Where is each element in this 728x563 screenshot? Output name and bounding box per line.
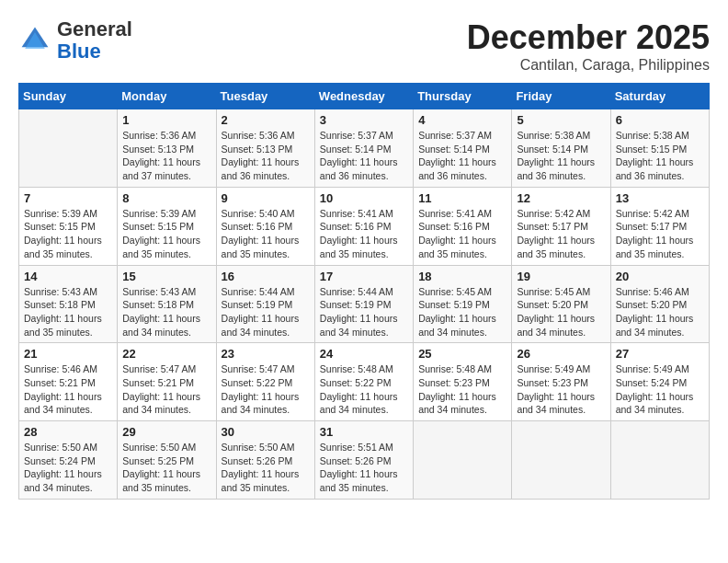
day-number: 12 (517, 191, 605, 205)
calendar-day-cell: 12Sunrise: 5:42 AMSunset: 5:17 PMDayligh… (512, 187, 610, 265)
day-number: 6 (616, 113, 704, 127)
calendar-day-cell (610, 421, 709, 500)
calendar-day-cell: 21Sunrise: 5:46 AMSunset: 5:21 PMDayligh… (19, 343, 118, 421)
calendar-week-row: 14Sunrise: 5:43 AMSunset: 5:18 PMDayligh… (19, 265, 710, 343)
cell-info: Sunrise: 5:47 AMSunset: 5:22 PMDaylight:… (222, 362, 310, 417)
calendar-table: SundayMondayTuesdayWednesdayThursdayFrid… (18, 83, 710, 500)
day-number: 13 (616, 191, 704, 205)
calendar-day-cell: 24Sunrise: 5:48 AMSunset: 5:22 PMDayligh… (314, 343, 413, 421)
cell-info: Sunrise: 5:38 AMSunset: 5:15 PMDaylight:… (616, 129, 704, 183)
logo-icon (18, 24, 51, 57)
month-year-title: December 2025 (467, 18, 710, 57)
page-header: General Blue December 2025 Cantilan, Car… (18, 18, 710, 74)
cell-info: Sunrise: 5:37 AMSunset: 5:14 PMDaylight:… (320, 129, 408, 183)
day-number: 15 (122, 270, 210, 283)
day-of-week-header: Tuesday (216, 84, 314, 109)
day-number: 3 (320, 113, 408, 127)
logo-blue: Blue (57, 40, 101, 63)
day-number: 31 (320, 425, 408, 439)
calendar-week-row: 1Sunrise: 5:36 AMSunset: 5:13 PMDaylight… (19, 109, 710, 188)
cell-info: Sunrise: 5:36 AMSunset: 5:13 PMDaylight:… (222, 129, 310, 183)
day-of-week-header: Monday (118, 84, 216, 109)
day-number: 25 (418, 347, 506, 361)
calendar-day-cell: 8Sunrise: 5:39 AMSunset: 5:15 PMDaylight… (118, 187, 216, 265)
calendar-day-cell: 7Sunrise: 5:39 AMSunset: 5:15 PMDaylight… (19, 187, 118, 265)
calendar-day-cell: 27Sunrise: 5:49 AMSunset: 5:24 PMDayligh… (610, 343, 709, 421)
calendar-day-cell: 4Sunrise: 5:37 AMSunset: 5:14 PMDaylight… (414, 109, 512, 188)
day-number: 24 (320, 347, 408, 361)
calendar-day-cell: 13Sunrise: 5:42 AMSunset: 5:17 PMDayligh… (610, 187, 709, 265)
calendar-day-cell: 22Sunrise: 5:47 AMSunset: 5:21 PMDayligh… (118, 343, 216, 421)
calendar-day-cell: 3Sunrise: 5:37 AMSunset: 5:14 PMDaylight… (314, 109, 413, 188)
cell-info: Sunrise: 5:45 AMSunset: 5:19 PMDaylight:… (418, 285, 506, 339)
cell-info: Sunrise: 5:48 AMSunset: 5:23 PMDaylight:… (418, 362, 506, 417)
cell-info: Sunrise: 5:44 AMSunset: 5:19 PMDaylight:… (320, 285, 408, 339)
calendar-header-row: SundayMondayTuesdayWednesdayThursdayFrid… (19, 84, 710, 109)
day-number: 11 (418, 191, 506, 205)
title-block: December 2025 Cantilan, Caraga, Philippi… (467, 18, 710, 74)
day-number: 23 (222, 347, 310, 361)
day-number: 27 (616, 347, 704, 361)
day-number: 5 (517, 113, 605, 127)
cell-info: Sunrise: 5:48 AMSunset: 5:22 PMDaylight:… (320, 362, 408, 417)
day-number: 4 (418, 113, 506, 127)
calendar-day-cell: 17Sunrise: 5:44 AMSunset: 5:19 PMDayligh… (314, 265, 413, 343)
day-of-week-header: Wednesday (314, 84, 413, 109)
cell-info: Sunrise: 5:47 AMSunset: 5:21 PMDaylight:… (122, 362, 210, 417)
calendar-day-cell: 11Sunrise: 5:41 AMSunset: 5:16 PMDayligh… (414, 187, 512, 265)
calendar-day-cell: 31Sunrise: 5:51 AMSunset: 5:26 PMDayligh… (314, 421, 413, 500)
calendar-day-cell (414, 421, 512, 500)
cell-info: Sunrise: 5:43 AMSunset: 5:18 PMDaylight:… (24, 285, 112, 339)
day-number: 28 (24, 425, 112, 439)
cell-info: Sunrise: 5:44 AMSunset: 5:19 PMDaylight:… (222, 285, 310, 339)
calendar-day-cell (512, 421, 610, 500)
day-number: 1 (122, 113, 210, 127)
day-of-week-header: Thursday (414, 84, 512, 109)
day-number: 10 (320, 191, 408, 205)
day-number: 30 (222, 425, 310, 439)
calendar-day-cell (19, 109, 118, 188)
day-number: 20 (616, 270, 704, 283)
cell-info: Sunrise: 5:50 AMSunset: 5:24 PMDaylight:… (24, 441, 112, 495)
calendar-day-cell: 19Sunrise: 5:45 AMSunset: 5:20 PMDayligh… (512, 265, 610, 343)
calendar-day-cell: 23Sunrise: 5:47 AMSunset: 5:22 PMDayligh… (216, 343, 314, 421)
cell-info: Sunrise: 5:49 AMSunset: 5:23 PMDaylight:… (517, 362, 605, 417)
calendar-week-row: 28Sunrise: 5:50 AMSunset: 5:24 PMDayligh… (19, 421, 710, 500)
cell-info: Sunrise: 5:41 AMSunset: 5:16 PMDaylight:… (320, 207, 408, 261)
day-number: 26 (517, 347, 605, 361)
calendar-day-cell: 18Sunrise: 5:45 AMSunset: 5:19 PMDayligh… (414, 265, 512, 343)
cell-info: Sunrise: 5:49 AMSunset: 5:24 PMDaylight:… (616, 362, 704, 417)
calendar-week-row: 21Sunrise: 5:46 AMSunset: 5:21 PMDayligh… (19, 343, 710, 421)
logo-general: General (57, 17, 132, 40)
calendar-day-cell: 10Sunrise: 5:41 AMSunset: 5:16 PMDayligh… (314, 187, 413, 265)
cell-info: Sunrise: 5:40 AMSunset: 5:16 PMDaylight:… (222, 207, 310, 261)
calendar-day-cell: 25Sunrise: 5:48 AMSunset: 5:23 PMDayligh… (414, 343, 512, 421)
calendar-day-cell: 15Sunrise: 5:43 AMSunset: 5:18 PMDayligh… (118, 265, 216, 343)
cell-info: Sunrise: 5:50 AMSunset: 5:26 PMDaylight:… (222, 441, 310, 495)
day-number: 29 (122, 425, 210, 439)
day-number: 2 (222, 113, 310, 127)
cell-info: Sunrise: 5:39 AMSunset: 5:15 PMDaylight:… (24, 207, 112, 261)
calendar-day-cell: 20Sunrise: 5:46 AMSunset: 5:20 PMDayligh… (610, 265, 709, 343)
day-number: 14 (24, 270, 112, 283)
day-of-week-header: Friday (512, 84, 610, 109)
day-number: 16 (222, 270, 310, 283)
logo: General Blue (18, 18, 132, 63)
calendar-day-cell: 30Sunrise: 5:50 AMSunset: 5:26 PMDayligh… (216, 421, 314, 500)
day-number: 9 (222, 191, 310, 205)
day-of-week-header: Sunday (19, 84, 118, 109)
calendar-week-row: 7Sunrise: 5:39 AMSunset: 5:15 PMDaylight… (19, 187, 710, 265)
cell-info: Sunrise: 5:46 AMSunset: 5:21 PMDaylight:… (24, 362, 112, 417)
cell-info: Sunrise: 5:36 AMSunset: 5:13 PMDaylight:… (122, 129, 210, 183)
cell-info: Sunrise: 5:50 AMSunset: 5:25 PMDaylight:… (122, 441, 210, 495)
day-number: 17 (320, 270, 408, 283)
day-number: 7 (24, 191, 112, 205)
day-number: 8 (122, 191, 210, 205)
calendar-day-cell: 14Sunrise: 5:43 AMSunset: 5:18 PMDayligh… (19, 265, 118, 343)
cell-info: Sunrise: 5:37 AMSunset: 5:14 PMDaylight:… (418, 129, 506, 183)
day-number: 19 (517, 270, 605, 283)
day-number: 21 (24, 347, 112, 361)
calendar-day-cell: 2Sunrise: 5:36 AMSunset: 5:13 PMDaylight… (216, 109, 314, 188)
day-number: 18 (418, 270, 506, 283)
calendar-day-cell: 28Sunrise: 5:50 AMSunset: 5:24 PMDayligh… (19, 421, 118, 500)
